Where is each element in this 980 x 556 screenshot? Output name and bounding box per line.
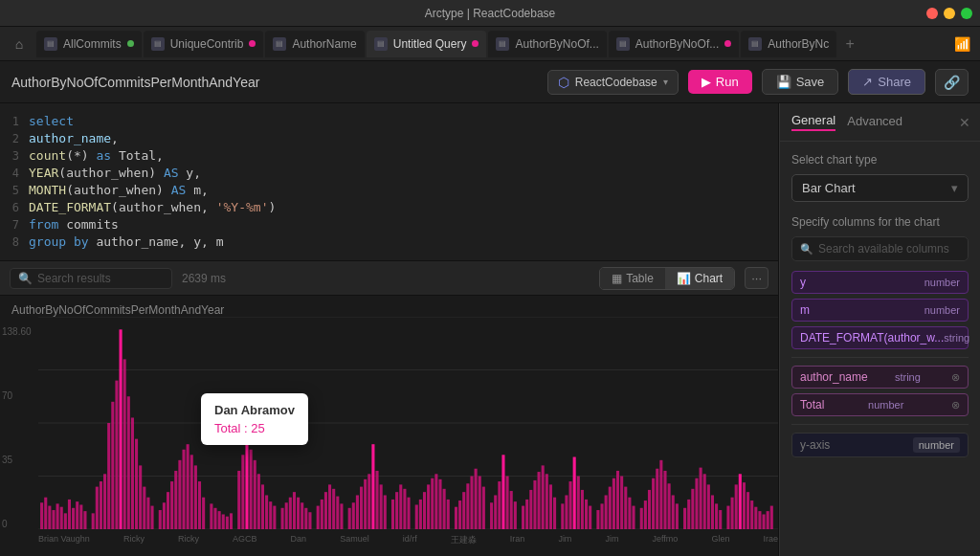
svg-rect-81 [368,474,370,529]
svg-rect-158 [707,484,710,529]
svg-rect-88 [399,484,402,529]
chart-type-selector[interactable]: Bar Chart ▾ [791,174,969,202]
code-line-2: 2 author_name, [0,130,778,147]
svg-rect-144 [648,490,651,529]
svg-rect-19 [100,481,102,529]
share-label: Share [878,75,911,89]
chip-name-m: m [800,303,810,317]
line-code-4: YEAR(author_when) AS y, [29,166,201,180]
tab-label-authorbync: AuthorByNc [768,37,829,51]
svg-rect-137 [616,471,619,529]
chip-type-total: number [868,399,903,411]
table-view-button[interactable]: ▦ Table [600,268,665,289]
svg-rect-31 [146,498,149,529]
svg-rect-28 [135,439,138,529]
svg-rect-73 [332,489,335,529]
svg-rect-33 [159,510,162,529]
db-selector[interactable]: ⬡ ReactCodebase ▾ [547,70,679,95]
tab-label-author2: AuthorByNoOf... [635,37,719,51]
svg-rect-119 [538,472,541,529]
copy-link-button[interactable]: 🔗 [935,69,969,96]
more-options-button[interactable]: ··· [745,267,768,289]
code-line-3: 3 count(*) as Total, [0,147,778,165]
tab-label-authorname: AuthorName [292,37,356,51]
tab-dot-allcommits [127,40,134,47]
svg-rect-121 [546,474,548,529]
code-editor[interactable]: 1 select 2 author_name, 3 count(*) as To… [0,103,778,261]
run-label: Run [716,75,739,89]
svg-rect-8 [52,510,55,529]
svg-rect-169 [754,507,757,529]
svg-rect-70 [321,500,323,529]
svg-rect-25 [123,359,126,529]
svg-rect-128 [577,477,580,530]
svg-rect-65 [297,498,300,529]
right-panel: General Advanced ✕ Select chart type Bar… [779,103,980,556]
svg-rect-163 [731,498,734,529]
svg-rect-106 [479,477,481,530]
editor-panel: 1 select 2 author_name, 3 count(*) as To… [0,103,779,556]
panel-tab-advanced[interactable]: Advanced [847,114,902,130]
save-button[interactable]: 💾 Save [762,69,839,95]
search-results-container[interactable]: 🔍 Search results [10,268,172,289]
svg-rect-173 [770,506,773,529]
chip-remove-total[interactable]: ⊗ [951,399,960,411]
window-controls[interactable] [926,8,972,19]
svg-rect-89 [403,489,406,529]
svg-rect-45 [210,503,212,529]
svg-rect-83 [375,471,378,529]
tab-uniquecontrib[interactable]: ▤ UniqueContrib [144,31,264,57]
svg-rect-53 [245,442,248,529]
home-tab[interactable]: ⌂ [4,31,34,57]
code-line-1: 1 select [0,113,778,130]
svg-rect-122 [549,484,552,529]
chart-view-button[interactable]: 📊 Chart [665,268,734,289]
column-chip-y: y number [791,271,969,294]
divider [791,357,969,358]
add-tab-button[interactable]: + [838,33,861,56]
panel-tab-general[interactable]: General [791,113,835,131]
svg-rect-80 [364,479,367,529]
search-columns-input[interactable]: 🔍 Search available columns [791,236,969,261]
svg-rect-74 [336,497,339,529]
tab-authorbynoofcommits1[interactable]: ▤ AuthorByNoOf... [488,31,606,57]
line-num-6: 6 [0,201,29,214]
maximize-window-btn[interactable] [961,8,972,19]
minimize-window-btn[interactable] [944,8,955,19]
share-button[interactable]: ↗ Share [848,69,925,95]
svg-rect-30 [143,487,145,529]
link-icon: 🔗 [944,75,960,90]
svg-rect-12 [68,500,71,529]
table-label: Table [626,272,654,285]
column-chip-m: m number [791,299,969,322]
svg-rect-162 [726,506,729,529]
tab-authorbync[interactable]: ▤ AuthorByNc [741,31,836,57]
svg-rect-131 [589,506,591,529]
chip-remove-authorname[interactable]: ⊗ [951,371,960,384]
svg-rect-82 [371,444,374,529]
chip-type-m: number [924,304,960,316]
svg-rect-7 [48,506,51,529]
svg-rect-93 [423,492,426,529]
svg-rect-166 [743,482,746,529]
svg-rect-120 [542,465,545,529]
svg-rect-66 [301,502,303,529]
svg-rect-64 [293,492,296,529]
close-window-btn[interactable] [926,8,938,19]
results-bar: 🔍 Search results 2639 ms ▦ Table 📊 Chart… [0,261,778,296]
title-bar: Arctype | ReactCodebase [0,0,980,27]
svg-rect-159 [711,495,714,529]
tab-label-untitledquery: Untitled Query [393,37,467,51]
tab-authorname[interactable]: ▤ AuthorName [265,31,364,57]
svg-rect-5 [40,502,43,529]
line-code-1: select [29,114,74,128]
svg-rect-39 [182,450,185,529]
svg-rect-155 [695,478,698,529]
tab-untitledquery[interactable]: ▤ Untitled Query [367,31,487,57]
share-icon: ↗ [862,75,873,89]
panel-close-button[interactable]: ✕ [959,115,970,130]
tab-authorbynoofcommits2[interactable]: ▤ AuthorByNoOf... [609,31,739,57]
run-button[interactable]: ▶ Run [688,70,752,94]
tab-allcommits[interactable]: ▤ AllCommits [36,31,142,57]
svg-rect-71 [324,492,327,529]
